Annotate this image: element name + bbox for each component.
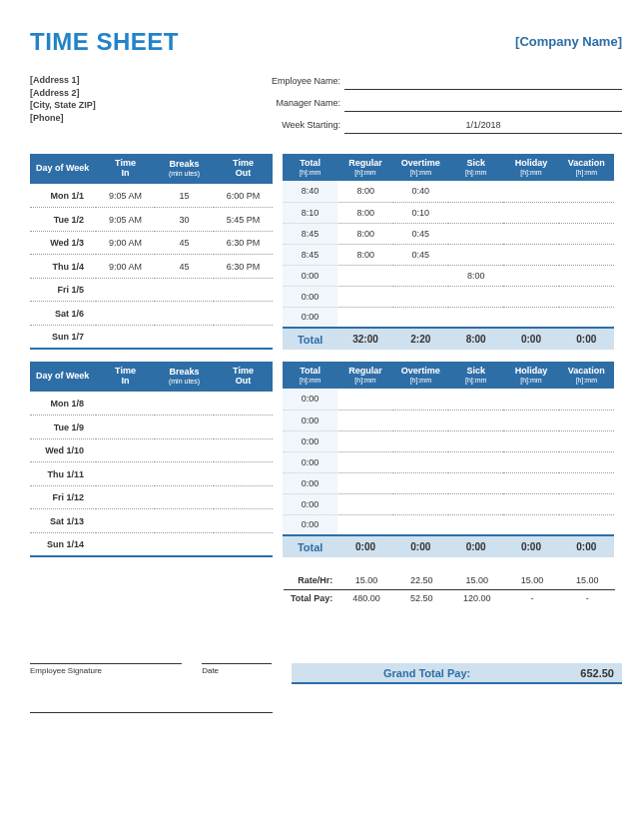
time-out-cell[interactable]: 6:30 PM: [214, 255, 273, 279]
employee-signature-line[interactable]: Employee Signature: [30, 663, 182, 684]
time-in-cell[interactable]: 9:00 AM: [96, 255, 155, 279]
overtime-cell[interactable]: [393, 286, 448, 307]
company-name[interactable]: [Company Name]: [515, 34, 622, 49]
time-out-cell[interactable]: [214, 438, 273, 462]
time-out-cell[interactable]: [214, 392, 273, 416]
overtime-cell[interactable]: [393, 430, 448, 451]
vacation-cell[interactable]: [559, 472, 614, 493]
regular-cell[interactable]: [337, 389, 392, 410]
week-starting-input[interactable]: 1/1/2018: [344, 118, 622, 134]
regular-cell[interactable]: 8:00: [337, 223, 392, 244]
time-in-cell[interactable]: [96, 532, 155, 556]
vacation-cell[interactable]: [559, 307, 614, 328]
vacation-cell[interactable]: [559, 286, 614, 307]
holiday-cell[interactable]: [503, 389, 558, 410]
breaks-cell[interactable]: 30: [155, 208, 214, 232]
vacation-cell[interactable]: [559, 202, 614, 223]
breaks-cell[interactable]: [155, 302, 214, 326]
regular-cell[interactable]: [337, 514, 392, 535]
vacation-cell[interactable]: [559, 430, 614, 451]
overtime-cell[interactable]: 0:45: [393, 223, 448, 244]
overtime-cell[interactable]: 0:45: [393, 244, 448, 265]
rate-overtime[interactable]: 22.50: [394, 571, 449, 589]
time-in-cell[interactable]: [96, 278, 155, 302]
breaks-cell[interactable]: [155, 532, 214, 556]
regular-cell[interactable]: [337, 493, 392, 514]
vacation-cell[interactable]: [559, 181, 614, 202]
time-in-cell[interactable]: [96, 416, 155, 439]
overtime-cell[interactable]: 0:10: [393, 202, 448, 223]
breaks-cell[interactable]: 45: [155, 255, 214, 279]
sick-cell[interactable]: [448, 430, 503, 451]
overtime-cell[interactable]: [393, 265, 448, 286]
time-out-cell[interactable]: [214, 302, 273, 326]
vacation-cell[interactable]: [559, 451, 614, 472]
time-in-cell[interactable]: [96, 325, 155, 349]
holiday-cell[interactable]: [503, 514, 558, 535]
overtime-cell[interactable]: [393, 307, 448, 328]
time-in-cell[interactable]: 9:05 AM: [96, 208, 155, 232]
regular-cell[interactable]: [337, 286, 392, 307]
manager-name-input[interactable]: [344, 96, 622, 112]
time-in-cell[interactable]: 9:00 AM: [96, 231, 155, 255]
vacation-cell[interactable]: [559, 410, 614, 430]
overtime-cell[interactable]: [393, 514, 448, 535]
rate-holiday[interactable]: 15.00: [504, 571, 559, 589]
holiday-cell[interactable]: [503, 202, 558, 223]
breaks-cell[interactable]: 45: [155, 231, 214, 255]
rate-regular[interactable]: 15.00: [338, 571, 393, 589]
holiday-cell[interactable]: [503, 472, 558, 493]
breaks-cell[interactable]: 15: [155, 184, 214, 208]
overtime-cell[interactable]: 0:40: [393, 181, 448, 202]
time-out-cell[interactable]: [214, 485, 273, 509]
vacation-cell[interactable]: [559, 493, 614, 514]
vacation-cell[interactable]: [559, 244, 614, 265]
overtime-cell[interactable]: [393, 410, 448, 430]
holiday-cell[interactable]: [503, 265, 558, 286]
time-out-cell[interactable]: 6:00 PM: [214, 184, 273, 208]
breaks-cell[interactable]: [155, 509, 214, 533]
regular-cell[interactable]: 8:00: [337, 181, 392, 202]
breaks-cell[interactable]: [155, 416, 214, 439]
holiday-cell[interactable]: [503, 223, 558, 244]
holiday-cell[interactable]: [503, 286, 558, 307]
sick-cell[interactable]: [448, 389, 503, 410]
time-out-cell[interactable]: [214, 278, 273, 302]
overtime-cell[interactable]: [393, 472, 448, 493]
holiday-cell[interactable]: [503, 493, 558, 514]
regular-cell[interactable]: [337, 472, 392, 493]
regular-cell[interactable]: [337, 410, 392, 430]
sick-cell[interactable]: [448, 307, 503, 328]
breaks-cell[interactable]: [155, 392, 214, 416]
sick-cell[interactable]: [448, 410, 503, 430]
overtime-cell[interactable]: [393, 389, 448, 410]
sick-cell[interactable]: [448, 286, 503, 307]
time-in-cell[interactable]: [96, 509, 155, 533]
sick-cell[interactable]: [448, 451, 503, 472]
holiday-cell[interactable]: [503, 451, 558, 472]
time-in-cell[interactable]: [96, 438, 155, 462]
holiday-cell[interactable]: [503, 307, 558, 328]
sick-cell[interactable]: 8:00: [448, 265, 503, 286]
rate-sick[interactable]: 15.00: [449, 571, 504, 589]
time-out-cell[interactable]: [214, 532, 273, 556]
time-out-cell[interactable]: [214, 325, 273, 349]
time-in-cell[interactable]: [96, 302, 155, 326]
time-out-cell[interactable]: 5:45 PM: [214, 208, 273, 232]
holiday-cell[interactable]: [503, 430, 558, 451]
sick-cell[interactable]: [448, 514, 503, 535]
vacation-cell[interactable]: [559, 223, 614, 244]
breaks-cell[interactable]: [155, 438, 214, 462]
time-out-cell[interactable]: 6:30 PM: [214, 231, 273, 255]
time-in-cell[interactable]: 9:05 AM: [96, 184, 155, 208]
regular-cell[interactable]: 8:00: [337, 202, 392, 223]
breaks-cell[interactable]: [155, 485, 214, 509]
rate-vacation[interactable]: 15.00: [560, 571, 615, 589]
time-out-cell[interactable]: [214, 416, 273, 439]
holiday-cell[interactable]: [503, 181, 558, 202]
sick-cell[interactable]: [448, 223, 503, 244]
time-out-cell[interactable]: [214, 509, 273, 533]
breaks-cell[interactable]: [155, 325, 214, 349]
sick-cell[interactable]: [448, 181, 503, 202]
sick-cell[interactable]: [448, 472, 503, 493]
